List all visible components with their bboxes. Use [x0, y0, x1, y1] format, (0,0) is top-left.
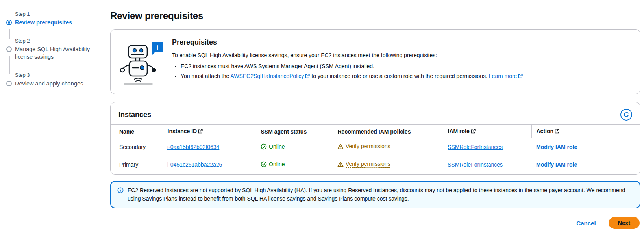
instances-table: Name Instance ID SSM agent status Recomm…: [111, 124, 640, 174]
policy-text-pre: You must attach the: [181, 73, 229, 79]
cell-name: Secondary: [111, 138, 163, 156]
modify-iam-role-button[interactable]: Modify IAM role: [536, 162, 577, 168]
instance-id-link[interactable]: i-0aa15bf62b92f0634: [167, 144, 219, 150]
iam-role-link[interactable]: SSMRoleForInstances: [448, 162, 503, 168]
info-circle-icon: [117, 186, 124, 203]
col-header-action: Action: [531, 125, 640, 138]
step-item-3: Step 3 Review and apply changes: [6, 72, 105, 99]
step-1-title[interactable]: Review prerequisites: [15, 19, 100, 27]
col-header-name: Name: [111, 125, 163, 138]
check-circle-icon: [261, 143, 267, 150]
wizard-page: Step 1 Review prerequisites Step 2 Manag…: [0, 0, 644, 234]
wizard-steps-nav: Step 1 Review prerequisites Step 2 Manag…: [0, 0, 105, 234]
table-row: Secondary i-0aa15bf62b92f0634 Online Ver…: [111, 138, 640, 156]
step-3-title[interactable]: Review and apply changes: [15, 80, 100, 88]
info-alert-text: EC2 Reserved Instances are not supported…: [128, 186, 633, 203]
table-header-row: Name Instance ID SSM agent status Recomm…: [111, 125, 640, 138]
main-content: Review prerequisites i: [105, 0, 644, 234]
robot-illustration: i: [118, 35, 165, 87]
next-button[interactable]: Next: [609, 217, 640, 229]
step-1-label: Step 1: [15, 11, 105, 17]
policy-link[interactable]: AWSEC2SqlHaInstancePolicy: [230, 73, 310, 79]
verify-permissions-link[interactable]: Verify permissions: [337, 161, 390, 168]
policy-text-post: to your instance role or use a custom ro…: [311, 73, 487, 79]
prerequisites-card: i: [110, 29, 640, 94]
warning-icon: [337, 143, 344, 150]
instances-title: Instances: [118, 111, 151, 119]
step-3-radio-icon[interactable]: [6, 81, 12, 86]
info-bubble-icon: i: [152, 42, 163, 55]
table-row: Primary i-0451c251abba22a26 Online Verif…: [111, 156, 640, 175]
step-3-label: Step 3: [15, 72, 105, 78]
step-2-title[interactable]: Manage SQL High Availability license sav…: [15, 46, 100, 61]
refresh-icon: [623, 111, 629, 118]
instance-id-link[interactable]: i-0451c251abba22a26: [167, 162, 222, 168]
col-header-ssm-status: SSM agent status: [256, 125, 333, 138]
prerequisite-item-ssm: EC2 instances must have AWS Systems Mana…: [181, 63, 523, 69]
verify-permissions-link[interactable]: Verify permissions: [337, 143, 390, 150]
external-link-icon: [471, 128, 476, 135]
instances-card: Instances Name Instance ID SSM agent sta…: [110, 102, 640, 175]
step-2-label: Step 2: [15, 38, 105, 44]
status-badge: Online: [261, 143, 285, 150]
step-2-radio-icon[interactable]: [6, 46, 12, 52]
wizard-actions: Cancel Next: [110, 216, 640, 229]
refresh-button[interactable]: [620, 109, 632, 121]
page-title: Review prerequisites: [110, 10, 640, 21]
status-badge: Online: [261, 161, 285, 167]
step-item-2: Step 2 Manage SQL High Availability lice…: [6, 38, 105, 72]
prerequisites-title: Prerequisites: [172, 38, 523, 46]
info-alert: EC2 Reserved Instances are not supported…: [110, 181, 640, 208]
cancel-button[interactable]: Cancel: [576, 220, 596, 227]
prerequisites-intro: To enable SQL High Availability license …: [172, 52, 523, 58]
col-header-iam-role: IAM role: [443, 125, 531, 138]
external-link-icon: [518, 73, 523, 80]
cell-name: Primary: [111, 156, 163, 175]
external-link-icon: [305, 73, 310, 80]
step-item-1: Step 1 Review prerequisites: [6, 11, 105, 38]
iam-role-link[interactable]: SSMRoleForInstances: [448, 144, 503, 150]
step-1-radio-icon[interactable]: [6, 20, 12, 25]
check-circle-icon: [261, 161, 267, 167]
prerequisite-ssm-text: EC2 instances must have AWS Systems Mana…: [181, 63, 374, 69]
svg-text:i: i: [157, 44, 158, 51]
external-link-icon: [198, 128, 203, 135]
warning-icon: [337, 161, 344, 167]
modify-iam-role-button[interactable]: Modify IAM role: [536, 144, 577, 150]
learn-more-link[interactable]: Learn more: [489, 73, 523, 79]
prerequisite-item-policy: You must attach the AWSEC2SqlHaInstanceP…: [181, 73, 523, 80]
col-header-instance-id: Instance ID: [163, 125, 256, 138]
external-link-icon: [555, 128, 559, 135]
col-header-iam-policies: Recommended IAM policies: [333, 125, 443, 138]
